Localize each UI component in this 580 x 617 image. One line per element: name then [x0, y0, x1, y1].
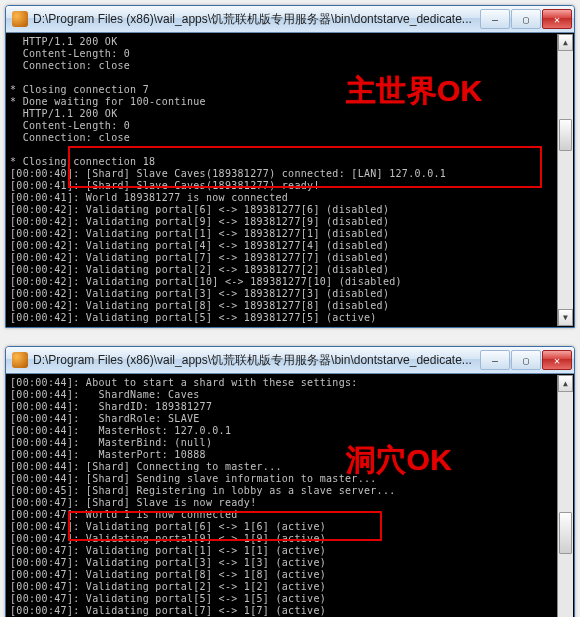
annotation-label: 洞穴OK [346, 454, 452, 466]
titlebar[interactable]: D:\Program Files (x86)\vail_apps\饥荒联机版专用… [6, 6, 574, 33]
close-button[interactable]: ✕ [542, 9, 572, 29]
console-output[interactable]: HTTP/1.1 200 OK Content-Length: 0 Connec… [6, 33, 574, 327]
highlight-box [68, 511, 382, 541]
console-text: [00:00:44]: About to start a shard with … [10, 377, 570, 617]
annotation-label: 主世界OK [346, 85, 483, 97]
scrollbar[interactable]: ▲▼ [557, 34, 573, 326]
app-icon [12, 352, 28, 368]
minimize-button[interactable]: — [480, 9, 510, 29]
maximize-button[interactable]: ▢ [511, 350, 541, 370]
scroll-track[interactable] [558, 392, 573, 617]
close-button[interactable]: ✕ [542, 350, 572, 370]
window-title: D:\Program Files (x86)\vail_apps\饥荒联机版专用… [33, 11, 480, 28]
titlebar[interactable]: D:\Program Files (x86)\vail_apps\饥荒联机版专用… [6, 347, 574, 374]
maximize-button[interactable]: ▢ [511, 9, 541, 29]
scroll-up-button[interactable]: ▲ [558, 375, 573, 392]
scroll-up-button[interactable]: ▲ [558, 34, 573, 51]
scroll-thumb[interactable] [559, 512, 572, 554]
scrollbar[interactable]: ▲▼ [557, 375, 573, 617]
window-title: D:\Program Files (x86)\vail_apps\饥荒联机版专用… [33, 352, 480, 369]
console-window: D:\Program Files (x86)\vail_apps\饥荒联机版专用… [5, 5, 575, 328]
console-output[interactable]: [00:00:44]: About to start a shard with … [6, 374, 574, 617]
scroll-down-button[interactable]: ▼ [558, 309, 573, 326]
scroll-thumb[interactable] [559, 119, 572, 151]
minimize-button[interactable]: — [480, 350, 510, 370]
console-window: D:\Program Files (x86)\vail_apps\饥荒联机版专用… [5, 346, 575, 617]
highlight-box [68, 146, 542, 188]
app-icon [12, 11, 28, 27]
scroll-track[interactable] [558, 51, 573, 309]
